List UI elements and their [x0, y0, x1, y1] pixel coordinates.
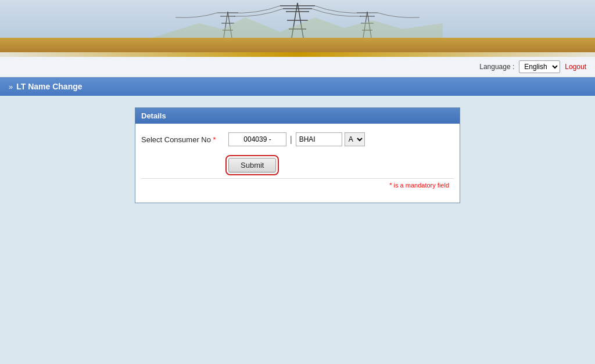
title-arrows: » [9, 82, 13, 91]
details-title: Details [141, 111, 166, 120]
consumer-name-input[interactable] [296, 132, 342, 146]
gold-stripe [0, 52, 595, 57]
consumer-no-label: Select Consumer No * [141, 135, 223, 144]
language-bar: Language : English Hindi Marathi Logout [0, 57, 595, 77]
main-content: Details Select Consumer No * | A B C [0, 96, 595, 364]
mandatory-note: * is a mandatory field [141, 178, 454, 191]
power-towers-illustration [152, 0, 443, 44]
consumer-suffix-select[interactable]: A B C [345, 132, 365, 146]
language-label: Language : [479, 63, 514, 71]
required-star: * [213, 135, 216, 144]
page-title: LT Name Change [16, 82, 82, 91]
consumer-no-input[interactable] [228, 132, 286, 146]
submit-button[interactable]: Submit [228, 158, 276, 172]
top-banner [0, 0, 595, 52]
submit-row: Submit [228, 155, 454, 175]
consumer-separator: | [289, 135, 293, 144]
consumer-inputs: | A B C [228, 132, 365, 146]
logout-link[interactable]: Logout [565, 63, 586, 71]
consumer-no-row: Select Consumer No * | A B C [141, 132, 454, 146]
page-title-bar: » LT Name Change [0, 77, 595, 96]
language-select[interactable]: English Hindi Marathi [519, 60, 560, 73]
lang-bar-right: Language : English Hindi Marathi Logout [479, 60, 586, 73]
details-header: Details [135, 108, 460, 124]
banner-ground [0, 38, 595, 52]
details-box: Details Select Consumer No * | A B C [135, 107, 460, 203]
details-body: Select Consumer No * | A B C Submit [135, 124, 460, 203]
